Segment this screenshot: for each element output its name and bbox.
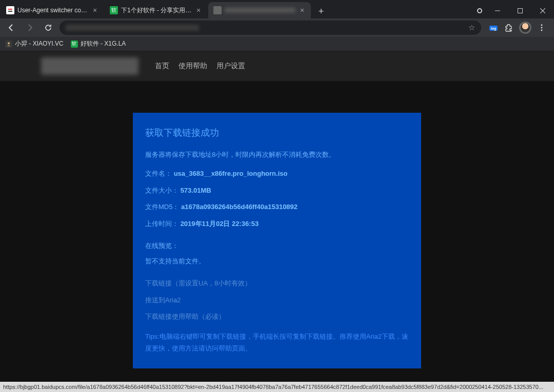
minimize-button[interactable] bbox=[486, 3, 509, 18]
tab-2-active[interactable]: × bbox=[208, 2, 311, 18]
close-icon[interactable]: × bbox=[195, 7, 202, 14]
forward-button[interactable] bbox=[23, 20, 37, 35]
bookmark-xiaoyi[interactable]: 小羿 - XIAOYI.VC bbox=[5, 39, 64, 48]
favicon-ua-switcher bbox=[6, 6, 14, 14]
url-blurred bbox=[66, 25, 199, 31]
filesize-value: 573.01MB bbox=[181, 187, 211, 194]
push-aria2-link[interactable]: 推送到Aria2 bbox=[145, 294, 409, 307]
close-window-button[interactable] bbox=[531, 3, 554, 18]
reload-button[interactable] bbox=[41, 20, 55, 35]
page-body: 获取下载链接成功 服务器将保存下载地址8小时，时限内再次解析不消耗免费次数。 文… bbox=[0, 81, 554, 382]
filesize-row: 文件大小： 573.01MB bbox=[145, 184, 409, 197]
svg-point-12 bbox=[8, 42, 10, 44]
bookmarks-bar: 小羿 - XIAOYI.VC 软 好软件 - X1G.LA bbox=[0, 37, 554, 51]
extensions-puzzle-icon[interactable] bbox=[504, 23, 514, 33]
favicon-x1g: 软 bbox=[110, 6, 118, 14]
help-link[interactable]: 下载链接使用帮助（必读） bbox=[145, 311, 409, 323]
md5-row: 文件MD5： a1678a0936264b56d46ff40a15310892 bbox=[145, 201, 409, 214]
bookmark-star-icon[interactable]: ☆ bbox=[468, 23, 475, 32]
svg-rect-0 bbox=[7, 7, 13, 13]
result-card: 获取下载链接成功 服务器将保存下载地址8小时，时限内再次解析不消耗免费次数。 文… bbox=[133, 113, 421, 368]
svg-point-9 bbox=[541, 25, 543, 26]
tab-0[interactable]: User-Agent switcher configura × bbox=[1, 2, 104, 18]
download-link[interactable]: 下载链接（需设置UA，8小时有效） bbox=[145, 277, 409, 290]
nav-help[interactable]: 使用帮助 bbox=[179, 61, 207, 71]
address-bar[interactable]: ☆ bbox=[60, 20, 481, 35]
window-controls bbox=[477, 3, 554, 18]
md5-value: a1678a0936264b56d46ff40a15310892 bbox=[181, 203, 298, 211]
svg-rect-2 bbox=[8, 11, 12, 12]
card-title: 获取下载链接成功 bbox=[145, 124, 409, 141]
bookmark-label: 好软件 - X1G.LA bbox=[81, 39, 126, 48]
tab-1[interactable]: 软 下1个好软件 - 分享实用好玩有趣 × bbox=[105, 2, 207, 18]
notice-text: 服务器将保存下载地址8小时，时限内再次解析不消耗免费次数。 bbox=[145, 149, 409, 161]
back-button[interactable] bbox=[4, 20, 18, 35]
preview-msg: 暂不支持当前文件。 bbox=[145, 255, 409, 268]
browser-window: User-Agent switcher configura × 软 下1个好软件… bbox=[0, 0, 554, 392]
svg-rect-4 bbox=[518, 9, 523, 13]
filename-row: 文件名： usa_3683__x86fre.pro_longhorn.iso bbox=[145, 168, 409, 180]
status-url: https://bjbgp01.baidupcs.com/file/a1678a… bbox=[3, 384, 543, 390]
md5-label: 文件MD5： bbox=[145, 203, 179, 211]
bookmark-icon bbox=[5, 40, 12, 48]
maximize-button[interactable] bbox=[509, 3, 531, 18]
filename-value: usa_3683__x86fre.pro_longhorn.iso bbox=[174, 170, 288, 177]
page-viewport: 首页 使用帮助 用户设置 获取下载链接成功 服务器将保存下载地址8小时，时限内再… bbox=[0, 51, 554, 382]
svg-text:log: log bbox=[491, 27, 497, 31]
filename-label: 文件名： bbox=[145, 170, 172, 177]
extension-area: log bbox=[485, 22, 550, 34]
upload-row: 上传时间： 2019年11月02日 22:36:53 bbox=[145, 218, 409, 231]
preview-label: 在线预览： bbox=[145, 240, 409, 253]
site-header: 首页 使用帮助 用户设置 bbox=[0, 51, 554, 81]
nav-settings[interactable]: 用户设置 bbox=[216, 61, 245, 71]
close-icon[interactable]: × bbox=[91, 7, 98, 14]
bookmark-x1g[interactable]: 软 好软件 - X1G.LA bbox=[71, 39, 126, 48]
nav-home[interactable]: 首页 bbox=[155, 61, 169, 71]
tab-title-blurred bbox=[225, 8, 295, 13]
svg-point-10 bbox=[541, 27, 543, 29]
favicon-generic bbox=[213, 6, 222, 14]
close-icon[interactable]: × bbox=[299, 7, 306, 14]
svg-rect-1 bbox=[8, 9, 12, 10]
bookmark-label: 小羿 - XIAOYI.VC bbox=[15, 39, 64, 48]
bookmark-icon: 软 bbox=[71, 40, 78, 48]
status-bar: https://bjbgp01.baidupcs.com/file/a1678a… bbox=[0, 382, 554, 392]
site-logo-blurred bbox=[41, 57, 138, 75]
upload-value: 2019年11月02日 22:36:53 bbox=[181, 220, 259, 228]
svg-point-11 bbox=[541, 30, 543, 31]
new-tab-button[interactable]: + bbox=[314, 4, 328, 18]
tab-title: User-Agent switcher configura bbox=[17, 7, 88, 14]
profile-indicator-icon[interactable] bbox=[477, 8, 482, 13]
menu-button[interactable] bbox=[537, 23, 547, 33]
toolbar: ☆ log bbox=[0, 18, 554, 37]
profile-avatar[interactable] bbox=[519, 22, 531, 34]
tab-strip: User-Agent switcher configura × 软 下1个好软件… bbox=[0, 0, 554, 18]
tips-text: Tips:电脑端右键即可复制下载链接，手机端长按可复制下载链接。推荐使用Aria… bbox=[145, 331, 409, 355]
extension-log-icon[interactable]: log bbox=[488, 23, 499, 33]
tab-title: 下1个好软件 - 分享实用好玩有趣 bbox=[121, 6, 192, 15]
upload-label: 上传时间： bbox=[145, 220, 179, 228]
filesize-label: 文件大小： bbox=[145, 187, 179, 194]
